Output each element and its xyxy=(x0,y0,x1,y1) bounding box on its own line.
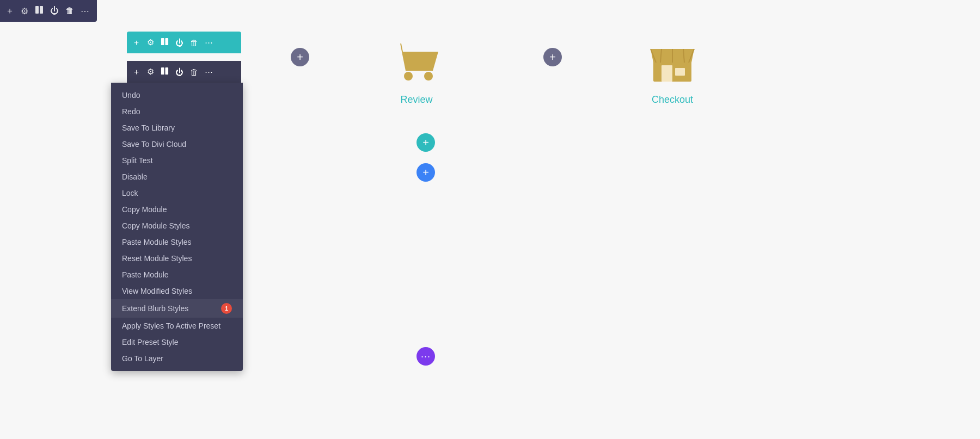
module-dark-columns-icon[interactable] xyxy=(161,67,169,77)
module-dark-gear-icon[interactable]: ⚙ xyxy=(147,67,154,77)
menu-item-reset-module-styles[interactable]: Reset Module Styles xyxy=(111,250,243,267)
svg-rect-10 xyxy=(675,68,685,76)
more-icon[interactable]: ⋯ xyxy=(81,6,89,16)
cart-icon xyxy=(389,35,444,90)
menu-item-go-to-layer[interactable]: Go To Layer xyxy=(111,350,243,367)
menu-item-badge: 1 xyxy=(221,303,232,314)
menu-item-copy-module[interactable]: Copy Module xyxy=(111,201,243,218)
module-columns-icon[interactable] xyxy=(161,38,169,47)
add-section-button-2[interactable]: + xyxy=(543,48,562,66)
menu-item-label: Save To Library xyxy=(122,123,175,132)
menu-item-label: View Modified Styles xyxy=(122,287,192,295)
checkout-label: Checkout xyxy=(652,94,693,106)
review-area: Review xyxy=(389,35,444,106)
gear-icon[interactable]: ⚙ xyxy=(21,6,28,16)
menu-item-label: Extend Blurb Styles xyxy=(122,304,188,313)
menu-item-redo[interactable]: Redo xyxy=(111,103,243,120)
top-toolbar: ＋ ⚙ ⏻ 🗑 ⋯ xyxy=(0,0,97,22)
module-dark-more-icon[interactable]: ⋯ xyxy=(205,67,213,77)
add-icon[interactable]: ＋ xyxy=(5,5,14,17)
menu-item-edit-preset-style[interactable]: Edit Preset Style xyxy=(111,334,243,350)
trash-icon[interactable]: 🗑 xyxy=(65,6,74,16)
module-add-icon[interactable]: ＋ xyxy=(132,38,140,48)
menu-item-label: Apply Styles To Active Preset xyxy=(122,321,220,330)
module-power-icon[interactable]: ⏻ xyxy=(175,38,183,47)
module-trash-icon[interactable]: 🗑 xyxy=(190,38,198,47)
menu-item-extend-blurb-styles[interactable]: Extend Blurb Styles1 xyxy=(111,299,243,318)
menu-item-view-modified-styles[interactable]: View Modified Styles xyxy=(111,283,243,299)
svg-point-6 xyxy=(404,72,413,81)
columns-icon[interactable] xyxy=(35,5,44,16)
menu-item-label: Go To Layer xyxy=(122,354,163,363)
module-dark-toolbar: ＋ ⚙ ⏻ 🗑 ⋯ xyxy=(127,61,241,83)
svg-rect-2 xyxy=(161,38,164,45)
module-dark-add-icon[interactable]: ＋ xyxy=(132,67,140,77)
svg-rect-3 xyxy=(165,38,168,45)
menu-item-label: Split Test xyxy=(122,156,153,165)
menu-item-label: Copy Module xyxy=(122,205,167,214)
menu-item-split-test[interactable]: Split Test xyxy=(111,152,243,169)
menu-item-label: Edit Preset Style xyxy=(122,338,179,347)
menu-item-undo[interactable]: Undo xyxy=(111,87,243,103)
svg-point-7 xyxy=(424,72,433,81)
checkout-area: Checkout xyxy=(645,35,700,106)
menu-item-label: Save To Divi Cloud xyxy=(122,140,186,149)
module-teal-toolbar: ＋ ⚙ ⏻ 🗑 ⋯ xyxy=(127,32,241,53)
menu-item-label: Disable xyxy=(122,172,148,181)
menu-item-paste-module-styles[interactable]: Paste Module Styles xyxy=(111,234,243,250)
review-label: Review xyxy=(400,94,432,106)
module-dark-power-icon[interactable]: ⏻ xyxy=(175,67,183,77)
menu-item-label: Copy Module Styles xyxy=(122,221,190,230)
power-icon[interactable]: ⏻ xyxy=(50,6,59,16)
menu-item-paste-module[interactable]: Paste Module xyxy=(111,267,243,283)
menu-item-apply-styles-to-active-preset[interactable]: Apply Styles To Active Preset xyxy=(111,318,243,334)
menu-item-label: Paste Module xyxy=(122,270,169,279)
module-gear-icon[interactable]: ⚙ xyxy=(147,38,154,47)
svg-rect-9 xyxy=(661,65,672,82)
add-section-button-1[interactable]: + xyxy=(291,48,309,66)
menu-item-save-to-library[interactable]: Save To Library xyxy=(111,120,243,136)
svg-rect-4 xyxy=(161,67,164,75)
module-dark-trash-icon[interactable]: 🗑 xyxy=(190,67,198,77)
svg-rect-5 xyxy=(165,67,168,75)
menu-item-label: Lock xyxy=(122,189,138,197)
menu-item-label: Undo xyxy=(122,91,140,100)
menu-item-label: Reset Module Styles xyxy=(122,254,192,263)
module-more-icon[interactable]: ⋯ xyxy=(205,38,213,47)
menu-item-disable[interactable]: Disable xyxy=(111,169,243,185)
svg-rect-1 xyxy=(40,6,43,14)
menu-item-copy-module-styles[interactable]: Copy Module Styles xyxy=(111,218,243,234)
add-module-button-blue[interactable]: + xyxy=(416,163,435,182)
menu-item-save-to-divi-cloud[interactable]: Save To Divi Cloud xyxy=(111,136,243,152)
add-module-button-teal[interactable]: + xyxy=(416,133,435,152)
store-icon xyxy=(645,35,700,90)
context-menu: UndoRedoSave To LibrarySave To Divi Clou… xyxy=(111,83,243,371)
menu-item-lock[interactable]: Lock xyxy=(111,185,243,201)
menu-item-label: Redo xyxy=(122,107,140,116)
more-options-button[interactable]: ··· xyxy=(416,347,435,366)
menu-item-label: Paste Module Styles xyxy=(122,238,192,246)
svg-rect-0 xyxy=(35,6,39,14)
